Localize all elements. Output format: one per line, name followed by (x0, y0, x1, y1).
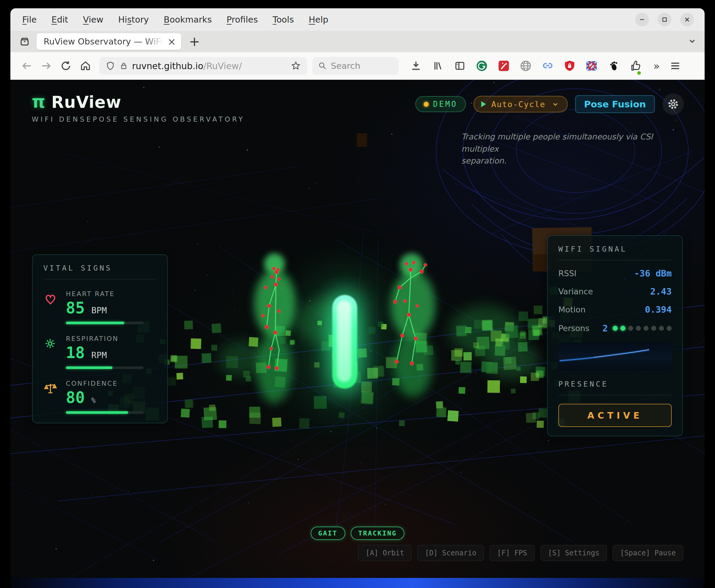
scenario-select[interactable]: Auto-Cycle (474, 96, 568, 112)
app-title: RuView (51, 92, 121, 111)
caption-line2: separation. (461, 155, 669, 167)
minimize-button[interactable] (635, 13, 649, 26)
heart-rate-value: 85 (66, 299, 85, 317)
menu-help[interactable]: Help (309, 15, 329, 25)
noscript-flag-extension[interactable] (585, 59, 598, 72)
sidebar-button[interactable] (453, 59, 466, 72)
variance-label: Variance (559, 287, 593, 296)
menu-edit[interactable]: Edit (51, 15, 68, 25)
url-host: ruvnet.github.io (132, 61, 203, 71)
confidence-value: 80 (66, 388, 85, 406)
url-path: /RuView/ (203, 61, 242, 71)
tab-active[interactable]: RuView Observatory — WiFi × (37, 33, 181, 50)
scenario-shortcut[interactable]: [D] Scenario (417, 545, 484, 561)
pi-logo-icon: π (32, 92, 45, 112)
home-button[interactable] (77, 57, 94, 75)
rssi-value: -36 dBm (634, 268, 672, 278)
library-icon (432, 60, 444, 72)
reload-button[interactable] (57, 57, 75, 75)
persons-row: Persons 2 (559, 323, 672, 333)
persons-label: Persons (559, 324, 589, 333)
variance-value: 2.43 (650, 286, 672, 297)
settings-button[interactable] (663, 93, 684, 115)
orbit-shortcut[interactable]: [A] Orbit (358, 545, 412, 561)
menu-bookmarks[interactable]: Bookmarks (164, 15, 212, 25)
lock-icon[interactable] (119, 61, 128, 70)
close-button[interactable] (680, 13, 694, 26)
fps-shortcut[interactable]: [F] FPS (490, 545, 534, 561)
respiration-item: RESPIRATION 18 RPM (43, 335, 156, 369)
review-extension[interactable] (629, 59, 642, 72)
toolbar-overflow-button[interactable]: » (653, 60, 660, 72)
menu-file[interactable]: File (22, 15, 37, 25)
status-badges: GAIT TRACKING (10, 527, 705, 540)
app-menu-button[interactable] (669, 59, 682, 72)
menu-history[interactable]: History (118, 15, 149, 25)
header-controls: DEMO Auto-Cycle Pose Fusion (415, 93, 684, 115)
gnome-extension[interactable] (607, 59, 620, 72)
heart-icon (43, 290, 59, 324)
url-text[interactable]: ruvnet.github.io/RuView/ (132, 61, 287, 71)
maximize-button[interactable] (658, 13, 671, 26)
grammarly-icon (476, 60, 488, 72)
heart-rate-unit: BPM (91, 305, 107, 315)
divider (43, 279, 156, 279)
extension-icons: » (409, 59, 682, 72)
back-button[interactable] (18, 57, 35, 75)
divider (559, 260, 672, 260)
confidence-item: CONFIDENCE 80 % (43, 380, 156, 414)
hamburger-menu-icon (669, 60, 681, 72)
screenshot-tool-extension[interactable] (497, 59, 510, 72)
presence-active-button[interactable]: ACTIVE (559, 404, 672, 427)
scales-icon (43, 380, 59, 414)
search-box[interactable]: Search (312, 57, 399, 75)
navigation-toolbar: ruvnet.github.io/RuView/ Search (10, 52, 705, 80)
respiration-bar (66, 366, 144, 369)
shield-permissions-icon[interactable] (105, 61, 115, 71)
search-placeholder: Search (331, 61, 360, 71)
settings-shortcut[interactable]: [S] Settings (541, 545, 607, 561)
persons-dots (613, 326, 672, 331)
ruview-app-viewport[interactable]: π RuView WIFI DENSEPOSE SENSING OBSERVAT… (10, 80, 705, 578)
privacy-shield-extension[interactable] (563, 59, 576, 72)
presence-state-label: ACTIVE (587, 410, 643, 421)
heart-rate-bar (66, 321, 144, 324)
tracking-badge: TRACKING (351, 527, 405, 540)
globe-extension[interactable] (519, 59, 532, 72)
globe-icon (520, 60, 532, 72)
bookmark-star-icon[interactable] (291, 61, 301, 71)
desktop-wallpaper-edge (10, 578, 705, 588)
archive-box-icon (19, 36, 30, 47)
link-extension[interactable] (541, 59, 554, 72)
pause-shortcut[interactable]: [Space] Pause (613, 545, 683, 561)
library-button[interactable] (432, 59, 444, 72)
back-arrow-icon (20, 60, 33, 72)
flag-prohibit-icon (585, 60, 598, 72)
pose-fusion-button[interactable]: Pose Fusion (575, 95, 655, 113)
pose-fusion-label: Pose Fusion (584, 99, 646, 109)
menu-view[interactable]: View (83, 15, 104, 25)
divider (559, 395, 672, 396)
gnome-foot-icon (607, 60, 620, 72)
vital-signs-panel: VITAL SIGNS HEART RATE 85 BPM (32, 254, 168, 423)
menu-tools[interactable]: Tools (273, 15, 294, 25)
list-all-tabs-button[interactable] (687, 36, 697, 47)
shortcut-chips: [A] Orbit [D] Scenario [F] FPS [S] Setti… (358, 545, 683, 561)
demo-badge-label: DEMO (433, 100, 458, 109)
motion-row: Motion 0.394 (559, 304, 672, 315)
forward-arrow-icon (40, 60, 52, 72)
thumb-up-icon (629, 60, 642, 72)
forward-button[interactable] (38, 57, 55, 75)
sidebar-icon (454, 60, 466, 72)
new-tab-button[interactable]: + (189, 35, 200, 48)
browser-window: File Edit View History Bookmarks Profile… (10, 8, 705, 578)
tab-close-icon[interactable]: × (168, 37, 176, 47)
minimize-icon (638, 16, 646, 23)
presence-pillar (332, 295, 357, 388)
red-shield-lock-icon (563, 60, 576, 72)
grammarly-extension[interactable] (475, 59, 488, 72)
tab-manager-button[interactable] (17, 34, 32, 49)
downloads-button[interactable] (409, 59, 422, 72)
url-bar[interactable]: ruvnet.github.io/RuView/ (99, 57, 307, 75)
menu-profiles[interactable]: Profiles (227, 15, 258, 25)
